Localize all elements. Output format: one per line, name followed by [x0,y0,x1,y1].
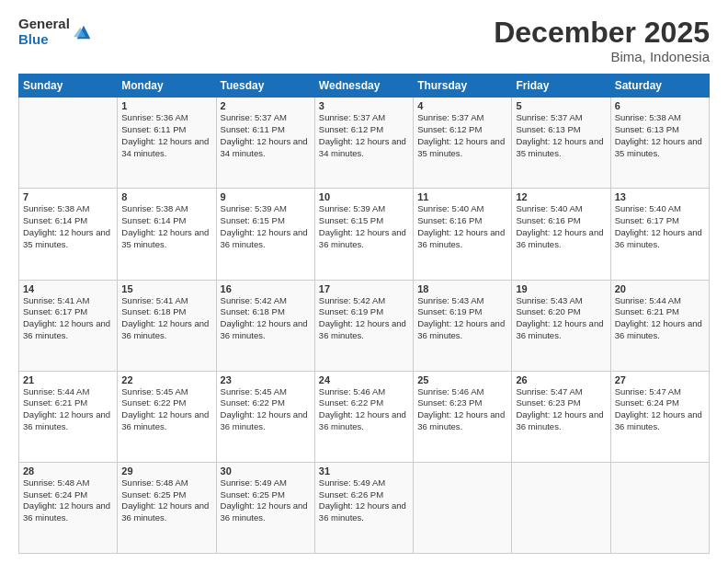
day-info: Sunrise: 5:40 AMSunset: 6:16 PMDaylight:… [516,203,606,250]
page: General Blue December 2025 Bima, Indones… [0,0,728,563]
col-saturday: Saturday [610,75,709,98]
day-info: Sunrise: 5:42 AMSunset: 6:19 PMDaylight:… [319,295,409,342]
calendar-cell: 24Sunrise: 5:46 AMSunset: 6:22 PMDayligh… [314,371,413,462]
day-info: Sunrise: 5:37 AMSunset: 6:11 PMDaylight:… [221,112,311,159]
calendar-header-row: Sunday Monday Tuesday Wednesday Thursday… [19,75,710,98]
day-info: Sunrise: 5:39 AMSunset: 6:15 PMDaylight:… [319,203,409,250]
calendar-cell: 27Sunrise: 5:47 AMSunset: 6:24 PMDayligh… [610,371,709,462]
calendar-cell: 23Sunrise: 5:45 AMSunset: 6:22 PMDayligh… [216,371,314,462]
day-info: Sunrise: 5:37 AMSunset: 6:13 PMDaylight:… [516,112,606,159]
calendar-cell [19,98,118,189]
day-info: Sunrise: 5:38 AMSunset: 6:14 PMDaylight:… [121,203,211,250]
logo-icon [74,22,94,42]
day-number: 8 [121,191,211,202]
day-number: 13 [615,191,705,202]
day-number: 12 [516,191,606,202]
day-number: 18 [417,283,507,294]
logo-text: General Blue [18,17,70,47]
day-info: Sunrise: 5:48 AMSunset: 6:24 PMDaylight:… [23,477,113,524]
day-info: Sunrise: 5:41 AMSunset: 6:17 PMDaylight:… [23,295,113,342]
calendar-cell: 10Sunrise: 5:39 AMSunset: 6:15 PMDayligh… [314,189,413,280]
day-number: 7 [23,191,113,202]
day-info: Sunrise: 5:49 AMSunset: 6:26 PMDaylight:… [319,477,409,524]
calendar-cell: 4Sunrise: 5:37 AMSunset: 6:12 PMDaylight… [414,98,512,189]
day-number: 17 [319,283,409,294]
calendar-cell: 29Sunrise: 5:48 AMSunset: 6:25 PMDayligh… [118,462,216,553]
col-friday: Friday [512,75,610,98]
day-number: 24 [319,374,409,385]
day-number: 11 [417,191,507,202]
calendar-week-1: 1Sunrise: 5:36 AMSunset: 6:11 PMDaylight… [19,98,710,189]
day-number: 2 [221,100,311,111]
calendar-cell: 6Sunrise: 5:38 AMSunset: 6:13 PMDaylight… [610,98,709,189]
logo: General Blue [18,17,94,47]
title-block: December 2025 Bima, Indonesia [494,17,710,64]
calendar-cell: 17Sunrise: 5:42 AMSunset: 6:19 PMDayligh… [314,280,413,371]
month-title: December 2025 [494,17,710,49]
day-info: Sunrise: 5:37 AMSunset: 6:12 PMDaylight:… [417,112,507,159]
day-number: 16 [221,283,311,294]
calendar-cell: 7Sunrise: 5:38 AMSunset: 6:14 PMDaylight… [19,189,118,280]
day-number: 29 [121,465,211,477]
calendar-cell: 9Sunrise: 5:39 AMSunset: 6:15 PMDaylight… [216,189,314,280]
day-info: Sunrise: 5:47 AMSunset: 6:24 PMDaylight:… [615,386,705,433]
calendar-cell [414,462,512,553]
day-info: Sunrise: 5:43 AMSunset: 6:20 PMDaylight:… [516,295,606,342]
calendar-cell: 19Sunrise: 5:43 AMSunset: 6:20 PMDayligh… [512,280,610,371]
day-info: Sunrise: 5:47 AMSunset: 6:23 PMDaylight:… [516,386,606,433]
header: General Blue December 2025 Bima, Indones… [18,17,710,64]
calendar-cell: 12Sunrise: 5:40 AMSunset: 6:16 PMDayligh… [512,189,610,280]
day-number: 10 [319,191,409,202]
day-info: Sunrise: 5:45 AMSunset: 6:22 PMDaylight:… [121,386,211,433]
day-info: Sunrise: 5:40 AMSunset: 6:16 PMDaylight:… [417,203,507,250]
location: Bima, Indonesia [494,49,710,64]
day-info: Sunrise: 5:40 AMSunset: 6:17 PMDaylight:… [615,203,705,250]
calendar-week-2: 7Sunrise: 5:38 AMSunset: 6:14 PMDaylight… [19,189,710,280]
day-number: 4 [417,100,507,111]
day-number: 22 [121,374,211,385]
day-info: Sunrise: 5:37 AMSunset: 6:12 PMDaylight:… [319,112,409,159]
calendar-cell: 26Sunrise: 5:47 AMSunset: 6:23 PMDayligh… [512,371,610,462]
calendar-cell: 31Sunrise: 5:49 AMSunset: 6:26 PMDayligh… [314,462,413,553]
calendar-cell: 22Sunrise: 5:45 AMSunset: 6:22 PMDayligh… [118,371,216,462]
day-number: 27 [615,374,705,385]
day-number: 15 [121,283,211,294]
day-info: Sunrise: 5:38 AMSunset: 6:13 PMDaylight:… [615,112,705,159]
day-number: 1 [121,100,211,111]
calendar-cell: 16Sunrise: 5:42 AMSunset: 6:18 PMDayligh… [216,280,314,371]
calendar-cell: 15Sunrise: 5:41 AMSunset: 6:18 PMDayligh… [118,280,216,371]
day-number: 5 [516,100,606,111]
day-number: 25 [417,374,507,385]
calendar-week-4: 21Sunrise: 5:44 AMSunset: 6:21 PMDayligh… [19,371,710,462]
calendar-cell: 14Sunrise: 5:41 AMSunset: 6:17 PMDayligh… [19,280,118,371]
logo-general: General [18,17,70,32]
day-number: 14 [23,283,113,294]
calendar-table: Sunday Monday Tuesday Wednesday Thursday… [18,74,710,554]
calendar-cell [610,462,709,553]
day-number: 9 [221,191,311,202]
calendar-cell: 21Sunrise: 5:44 AMSunset: 6:21 PMDayligh… [19,371,118,462]
day-number: 26 [516,374,606,385]
day-info: Sunrise: 5:48 AMSunset: 6:25 PMDaylight:… [121,477,211,524]
calendar-cell [512,462,610,553]
col-thursday: Thursday [414,75,512,98]
col-wednesday: Wednesday [314,75,413,98]
day-number: 30 [221,465,311,477]
day-info: Sunrise: 5:38 AMSunset: 6:14 PMDaylight:… [23,203,113,250]
day-number: 19 [516,283,606,294]
day-number: 6 [615,100,705,111]
calendar-cell: 18Sunrise: 5:43 AMSunset: 6:19 PMDayligh… [414,280,512,371]
day-number: 31 [319,465,409,477]
calendar-cell: 1Sunrise: 5:36 AMSunset: 6:11 PMDaylight… [118,98,216,189]
day-info: Sunrise: 5:46 AMSunset: 6:23 PMDaylight:… [417,386,507,433]
day-number: 3 [319,100,409,111]
day-number: 23 [221,374,311,385]
day-info: Sunrise: 5:41 AMSunset: 6:18 PMDaylight:… [121,295,211,342]
col-sunday: Sunday [19,75,118,98]
day-info: Sunrise: 5:44 AMSunset: 6:21 PMDaylight:… [615,295,705,342]
calendar-cell: 30Sunrise: 5:49 AMSunset: 6:25 PMDayligh… [216,462,314,553]
calendar-cell: 25Sunrise: 5:46 AMSunset: 6:23 PMDayligh… [414,371,512,462]
day-number: 20 [615,283,705,294]
col-monday: Monday [118,75,216,98]
day-info: Sunrise: 5:42 AMSunset: 6:18 PMDaylight:… [221,295,311,342]
